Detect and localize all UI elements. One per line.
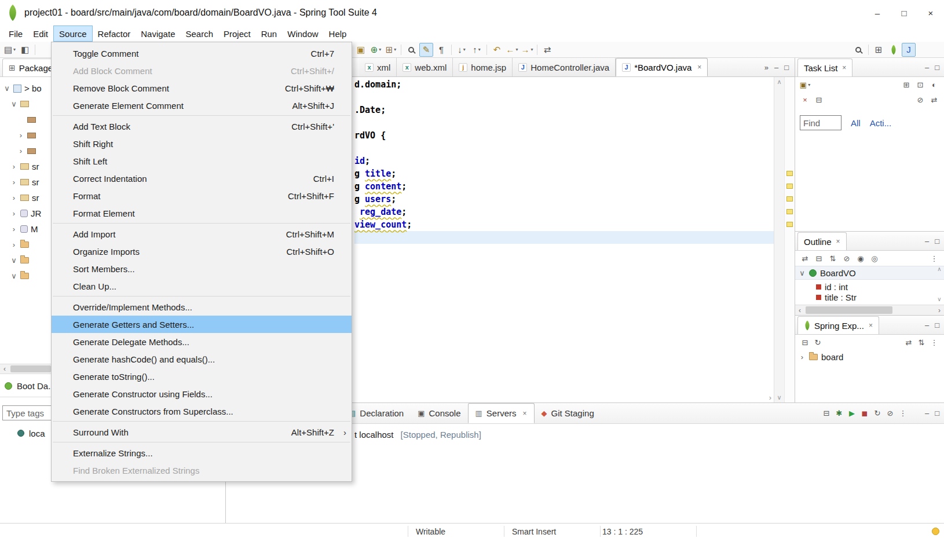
tab-task-list[interactable]: Task List × xyxy=(797,58,852,76)
maximize-window-button[interactable]: □ xyxy=(891,0,917,25)
chevron-down-icon[interactable]: ∨ xyxy=(10,256,17,265)
menu-item-remove-block-comment[interactable]: Remove Block CommentCtrl+Shift+₩ xyxy=(52,79,352,97)
menu-item-shift-left[interactable]: Shift Left xyxy=(52,152,352,170)
outline-item-boardvo[interactable]: ∨BoardVO xyxy=(795,266,944,280)
chevron-down-icon[interactable]: ∨ xyxy=(10,272,17,280)
collapse-all-icon[interactable]: ⊟ xyxy=(799,336,811,349)
show-whitespace-icon[interactable]: ¶ xyxy=(434,43,448,57)
code-line-2[interactable] xyxy=(354,91,774,104)
menubar-item-navigate[interactable]: Navigate xyxy=(136,25,180,42)
code-line-3[interactable]: .Date; xyxy=(354,104,774,116)
collapse-all-icon[interactable]: ⊟ xyxy=(813,93,825,106)
menu-item-correct-indentation[interactable]: Correct IndentationCtrl+I xyxy=(52,170,352,187)
outline-vscrollbar[interactable]: ∧ ∨ xyxy=(935,266,943,302)
code-line-12[interactable]: view_count; xyxy=(354,218,774,231)
scroll-down-icon[interactable]: ∨ xyxy=(777,394,781,401)
minimize-pane-icon[interactable]: – xyxy=(925,237,929,246)
code-line-6[interactable] xyxy=(354,142,774,155)
stop-server-icon[interactable]: ◼ xyxy=(858,407,871,420)
link-with-editor-icon[interactable]: ⇄ xyxy=(928,93,941,106)
minimize-window-button[interactable]: – xyxy=(864,0,891,25)
close-view-icon[interactable]: × xyxy=(842,64,846,72)
minimize-editor-icon[interactable]: – xyxy=(774,63,778,72)
view-tab-servers[interactable]: ▥Servers× xyxy=(468,403,535,423)
prev-annotation-icon[interactable]: ↑▾ xyxy=(470,43,484,57)
link-activate[interactable]: Acti... xyxy=(870,118,892,128)
editor-vscrollbar[interactable]: ∧ ∨ xyxy=(774,77,784,402)
maximize-pane-icon[interactable]: □ xyxy=(935,321,939,330)
next-annotation-icon[interactable]: ↓▾ xyxy=(455,43,469,57)
code-line-8[interactable]: g title; xyxy=(354,167,774,180)
menu-item-generate-tostring[interactable]: Generate toString()... xyxy=(52,368,352,385)
menu-item-organize-imports[interactable]: Organize ImportsCtrl+Shift+O xyxy=(52,243,352,260)
close-tab-icon[interactable]: × xyxy=(523,409,527,418)
menubar-item-search[interactable]: Search xyxy=(180,25,218,42)
maximize-pane-icon[interactable]: □ xyxy=(935,409,939,418)
open-perspective-icon[interactable]: ⊞ xyxy=(872,43,886,57)
view-tab-git-staging[interactable]: ◆Git Staging xyxy=(535,403,601,423)
new-java-package-icon[interactable]: ⊞▾ xyxy=(384,43,398,57)
warning-mark[interactable] xyxy=(786,222,793,227)
scroll-down-icon[interactable]: ∨ xyxy=(937,296,941,302)
editor-tab-homecontroller-java[interactable]: JHomeController.java xyxy=(513,58,616,76)
scroll-right-icon[interactable]: › xyxy=(935,306,944,314)
publish-icon[interactable]: ↻ xyxy=(871,407,884,420)
code-line-9[interactable]: g content; xyxy=(354,180,774,193)
view-menu-icon[interactable]: ⋮ xyxy=(928,336,941,349)
menubar-item-refactor[interactable]: Refactor xyxy=(93,25,136,42)
tab-spring-explorer[interactable]: Spring Exp... × xyxy=(797,316,879,334)
chevron-right-icon[interactable]: › xyxy=(10,178,17,186)
boot-target-local[interactable]: loca xyxy=(0,426,45,440)
menu-item-sort-members[interactable]: Sort Members... xyxy=(52,260,352,277)
menu-item-shift-right[interactable]: Shift Right xyxy=(52,135,352,152)
tab-overflow-icon[interactable]: » xyxy=(764,63,769,72)
close-window-button[interactable]: × xyxy=(917,0,944,25)
start-server-icon[interactable]: ▶ xyxy=(846,407,858,420)
debug-server-icon[interactable]: ✱ xyxy=(833,407,846,420)
warning-mark[interactable] xyxy=(786,171,793,176)
code-line-5[interactable]: rdVO { xyxy=(354,129,774,142)
maximize-pane-icon[interactable]: □ xyxy=(935,63,939,72)
view-menu-icon[interactable]: ⋮ xyxy=(928,252,941,265)
link-with-editor-icon[interactable]: ⇄ xyxy=(902,336,915,349)
link-with-editor-icon[interactable]: ⇄ xyxy=(540,43,554,57)
menubar-item-file[interactable]: File xyxy=(3,25,28,42)
menubar-item-project[interactable]: Project xyxy=(218,25,256,42)
menu-item-format[interactable]: FormatCtrl+Shift+F xyxy=(52,187,352,204)
back-icon[interactable]: ←▾ xyxy=(505,43,519,57)
chevron-down-icon[interactable]: ∨ xyxy=(799,269,806,277)
code-line-13[interactable] xyxy=(354,231,774,244)
close-view-icon[interactable]: × xyxy=(869,321,873,330)
filter-icon[interactable]: ⊘ xyxy=(914,93,927,106)
scroll-up-icon[interactable]: ∧ xyxy=(777,78,781,86)
view-tab-console[interactable]: ▣Console xyxy=(411,403,467,423)
menu-item-externalize-strings[interactable]: Externalize Strings... xyxy=(52,444,352,462)
close-view-icon[interactable]: × xyxy=(836,237,840,246)
close-tab-icon[interactable]: × xyxy=(697,63,701,71)
collapse-all-icon[interactable]: ⊟ xyxy=(813,252,825,265)
menu-item-generate-delegate-methods[interactable]: Generate Delegate Methods... xyxy=(52,333,352,350)
code-line-4[interactable] xyxy=(354,116,774,129)
menu-item-override-implement-methods[interactable]: Override/Implement Methods... xyxy=(52,298,352,316)
menu-item-generate-element-comment[interactable]: Generate Element CommentAlt+Shift+J xyxy=(52,97,352,114)
menu-item-clean-up[interactable]: Clean Up... xyxy=(52,277,352,295)
notification-icon[interactable] xyxy=(932,528,939,535)
forward-icon[interactable]: →▾ xyxy=(520,43,534,57)
sort-icon[interactable]: ⇅ xyxy=(915,336,928,349)
refresh-icon[interactable]: ↻ xyxy=(811,336,824,349)
scrollbar-thumb[interactable] xyxy=(10,365,51,372)
outline-item-id-int[interactable]: id : int xyxy=(795,280,944,294)
new-java-class-icon[interactable]: ⊕▾ xyxy=(369,43,383,57)
menu-item-surround-with[interactable]: Surround WithAlt+Shift+Z› xyxy=(52,423,352,441)
scroll-up-icon[interactable]: ∧ xyxy=(937,266,941,272)
menubar-item-help[interactable]: Help xyxy=(324,25,352,42)
chevron-right-icon[interactable]: › xyxy=(10,209,17,218)
spring-perspective-icon[interactable] xyxy=(887,43,901,57)
chevron-down-icon[interactable]: ∨ xyxy=(3,84,10,93)
clean-icon[interactable]: ⊘ xyxy=(884,407,897,420)
scroll-right-icon[interactable]: › xyxy=(769,393,771,402)
mark-occurrences-icon[interactable]: ✎ xyxy=(419,43,433,57)
chevron-right-icon[interactable]: › xyxy=(10,193,17,202)
hide-non-public-icon[interactable]: ◎ xyxy=(868,252,881,265)
server-entry[interactable]: t localhost xyxy=(354,430,394,440)
